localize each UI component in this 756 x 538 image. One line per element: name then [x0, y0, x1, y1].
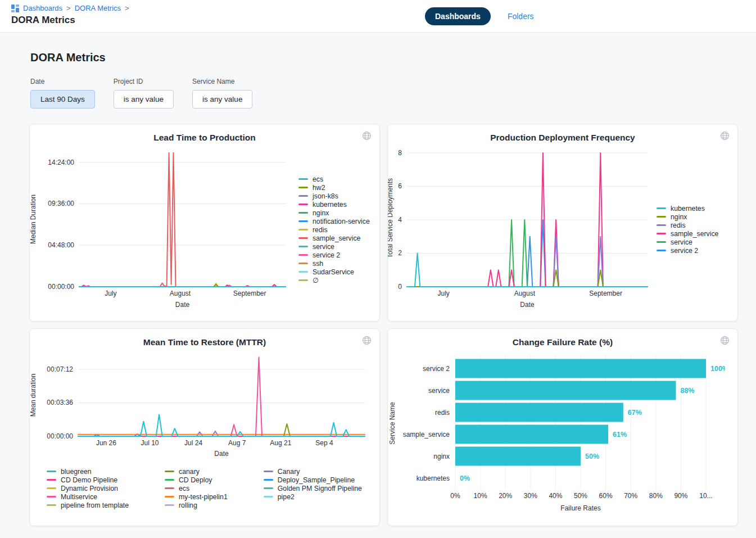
- globe-icon[interactable]: [720, 131, 730, 141]
- legend-item: nginx: [298, 209, 370, 216]
- legend-item: notification-service: [298, 218, 370, 225]
- globe-icon[interactable]: [362, 336, 372, 345]
- legend-swatch: [165, 479, 174, 481]
- svg-text:sample_service: sample_service: [403, 431, 450, 438]
- view-tabs: Dashboards Folders: [425, 7, 534, 25]
- legend-swatch: [657, 216, 666, 218]
- svg-text:40%: 40%: [549, 492, 562, 500]
- change-failure-rate-chart: 0%10%20%30%40%50%60%70%80%90%10...servic…: [388, 347, 737, 518]
- svg-text:Sep 4: Sep 4: [315, 439, 333, 447]
- svg-text:Jun 26: Jun 26: [96, 439, 116, 447]
- legend-column: canaryCD Deployecsmy-test-pipelin1rollin…: [165, 468, 228, 509]
- top-header: Dashboards > DORA Metrics > DORA Metrics…: [0, 0, 756, 33]
- legend-item: redis: [657, 221, 718, 229]
- page-title: DORA Metrics: [30, 33, 756, 64]
- svg-text:6: 6: [398, 182, 402, 190]
- legend-swatch: [298, 229, 308, 230]
- card-production-deployment-frequency: Production Deployment Frequency 02468Jul…: [387, 124, 738, 322]
- legend-item: redis: [298, 226, 370, 233]
- svg-text:10%: 10%: [474, 492, 487, 500]
- svg-text:Service Name: Service Name: [388, 402, 396, 445]
- chart-canvas: 00:00:0004:48:0009:36:0014:24:00JulyAugu…: [30, 143, 295, 313]
- svg-text:80%: 80%: [649, 492, 663, 500]
- chart-canvas: 0%10%20%30%40%50%60%70%80%90%10...servic…: [388, 347, 725, 516]
- legend-swatch: [165, 487, 174, 489]
- legend-label: canary: [179, 468, 200, 476]
- legend-swatch: [165, 496, 174, 498]
- filter-bar: Date Last 90 Days Project ID is any valu…: [30, 78, 756, 108]
- legend-item: json-k8s: [298, 192, 370, 200]
- legend-swatch: [47, 487, 56, 489]
- lead-time-chart: 00:00:0004:48:0009:36:0014:24:00JulyAugu…: [30, 143, 379, 313]
- legend-item: ecs: [298, 175, 370, 183]
- svg-text:Total Service Deployments: Total Service Deployments: [388, 178, 394, 258]
- svg-text:Jul 24: Jul 24: [184, 439, 202, 447]
- legend-label: pipeline from template: [61, 501, 129, 509]
- svg-text:Jul 10: Jul 10: [141, 439, 159, 447]
- breadcrumb-link-dora-metrics[interactable]: DORA Metrics: [75, 4, 121, 12]
- filter-label: Service Name: [192, 78, 252, 85]
- globe-icon[interactable]: [362, 131, 372, 141]
- legend-item: Dynamic Provision: [47, 485, 129, 492]
- legend-swatch: [298, 178, 308, 180]
- globe-icon[interactable]: [720, 336, 730, 345]
- legend-swatch: [298, 204, 308, 205]
- legend-label: service: [671, 238, 692, 246]
- legend-swatch: [264, 496, 273, 498]
- legend-label: Deploy_Sample_Pipeline: [278, 476, 355, 484]
- chart-legend: ecshw2json-k8skubernetesnginxnotificatio…: [298, 143, 370, 284]
- legend-swatch: [47, 496, 56, 498]
- svg-text:Date: Date: [175, 301, 190, 309]
- legend-swatch: [657, 250, 666, 251]
- svg-text:00:00:00: 00:00:00: [48, 283, 74, 291]
- svg-text:90%: 90%: [674, 492, 687, 500]
- legend-swatch: [264, 479, 273, 481]
- legend-item: kubernetes: [298, 201, 370, 208]
- legend-item: pipeline from template: [47, 501, 129, 509]
- tab-dashboards[interactable]: Dashboards: [425, 7, 491, 25]
- project-id-filter-button[interactable]: is any value: [114, 90, 174, 108]
- svg-text:50%: 50%: [585, 453, 599, 460]
- svg-text:00:03:36: 00:03:36: [47, 399, 73, 406]
- legend-swatch: [47, 471, 56, 472]
- svg-text:July: July: [437, 290, 449, 297]
- legend-item: hw2: [298, 184, 370, 191]
- filter-date: Date Last 90 Days: [30, 78, 95, 108]
- legend-label: pipe2: [278, 493, 295, 501]
- svg-text:0%: 0%: [460, 474, 470, 482]
- legend-item: canary: [165, 468, 228, 475]
- legend-label: kubernetes: [671, 205, 705, 213]
- svg-text:August: August: [514, 290, 536, 297]
- legend-label: SudarService: [313, 268, 354, 276]
- chart-legend: bluegreenCD Demo PipelineDynamic Provisi…: [30, 468, 379, 509]
- svg-text:redis: redis: [435, 409, 450, 417]
- legend-item: CD Demo Pipeline: [47, 476, 129, 483]
- legend-label: ∅: [313, 277, 319, 284]
- svg-text:2: 2: [398, 249, 402, 257]
- legend-label: Multiservice: [61, 493, 97, 501]
- legend-swatch: [657, 207, 666, 209]
- breadcrumb-link-dashboards[interactable]: Dashboards: [23, 4, 62, 12]
- legend-swatch: [657, 241, 666, 243]
- legend-column: bluegreenCD Demo PipelineDynamic Provisi…: [47, 468, 129, 509]
- svg-text:August: August: [170, 290, 191, 297]
- svg-text:0%: 0%: [450, 492, 460, 500]
- legend-label: Golden PM Signoff Pipeline: [278, 485, 362, 492]
- legend-swatch: [47, 504, 56, 506]
- date-filter-button[interactable]: Last 90 Days: [30, 90, 95, 108]
- svg-text:60%: 60%: [599, 492, 613, 500]
- legend-label: Dynamic Provision: [61, 485, 118, 492]
- svg-text:88%: 88%: [680, 387, 694, 395]
- legend-item: Deploy_Sample_Pipeline: [264, 476, 362, 483]
- legend-swatch: [298, 254, 308, 256]
- service-name-filter-button[interactable]: is any value: [192, 90, 252, 108]
- tab-folders[interactable]: Folders: [508, 12, 534, 21]
- legend-swatch: [298, 187, 308, 188]
- legend-label: redis: [671, 221, 686, 229]
- filter-project-id: Project ID is any value: [114, 78, 174, 108]
- legend-item: sample_service: [298, 234, 370, 242]
- legend-label: nginx: [671, 213, 687, 221]
- legend-swatch: [298, 246, 308, 247]
- legend-item: kubernetes: [657, 205, 718, 212]
- legend-swatch: [657, 224, 666, 226]
